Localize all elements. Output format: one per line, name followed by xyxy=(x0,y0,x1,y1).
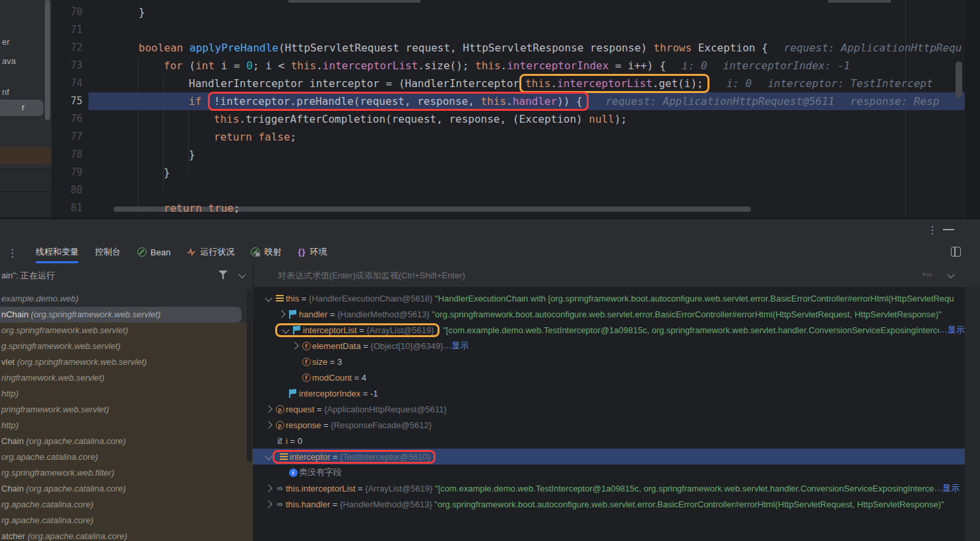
chevron-down-icon[interactable] xyxy=(265,294,272,302)
stack-frame[interactable]: http) xyxy=(0,386,253,402)
show-more-link[interactable]: …显示 xyxy=(939,324,965,336)
editor-vertical-scrollbar[interactable] xyxy=(956,61,962,98)
variable-row[interactable]: ∞this.interceptorList = {ArrayList@5619}… xyxy=(253,480,965,496)
code-line[interactable]: 71 xyxy=(51,21,965,39)
code-line[interactable]: 74HandlerInterceptor interceptor = (Hand… xyxy=(51,75,965,92)
filter-icon[interactable] xyxy=(218,270,228,279)
tab-label: 映射 xyxy=(264,246,281,258)
project-tree-item[interactable]: er xyxy=(2,37,10,47)
code-editor[interactable]: 70}7172boolean applyPreHandle(HttpServle… xyxy=(51,0,965,218)
variable-row[interactable]: i类没有字段 xyxy=(253,464,965,480)
chevron-down-icon[interactable] xyxy=(282,326,289,333)
chevron-down-icon[interactable] xyxy=(238,270,245,278)
local-variable-icon xyxy=(276,295,284,302)
project-tree-item[interactable]: nf xyxy=(2,87,9,97)
line-number[interactable]: 77 xyxy=(51,128,82,146)
code-line[interactable]: 79} xyxy=(51,164,965,181)
tab-运行状况[interactable]: 运行状况 xyxy=(187,240,234,264)
variable-row[interactable]: handler = {HandlerMethod@5613} "org.spri… xyxy=(253,306,965,322)
variable-row[interactable]: ∞this.handler = {HandlerMethod@5613} "or… xyxy=(253,496,965,512)
line-number[interactable]: 72 xyxy=(51,39,82,57)
chevron-down-icon[interactable] xyxy=(947,270,954,278)
variable-row[interactable]: this = {HandlerExecutionChain@5618} "Han… xyxy=(253,290,965,306)
code-line[interactable]: 80 xyxy=(51,181,965,199)
chevron-right-icon[interactable] xyxy=(265,405,272,412)
stack-frame[interactable]: example.demo.web) xyxy=(0,291,253,307)
stack-frame[interactable]: org.apache.catalina.core) xyxy=(0,449,253,465)
stack-frame[interactable]: rg.apache.catalina.core) xyxy=(0,497,253,513)
line-number[interactable]: 79 xyxy=(51,164,82,181)
project-tree-item[interactable]: ava xyxy=(2,56,16,66)
show-more-link[interactable]: …显示 xyxy=(934,482,960,494)
tab-线程和变量[interactable]: 线程和变量 xyxy=(36,240,79,264)
variable-row[interactable]: interceptorIndex = -1 xyxy=(253,385,965,401)
chevron-down-icon[interactable] xyxy=(265,453,272,460)
more-menu-icon[interactable]: ⋮ xyxy=(927,220,938,240)
tab-映射[interactable]: 映射 xyxy=(251,240,281,264)
add-watch-icon[interactable]: +∞ xyxy=(921,269,932,279)
frames-scrollbar[interactable] xyxy=(247,290,252,462)
code-line[interactable]: 78} xyxy=(51,146,965,164)
line-number[interactable]: 75 xyxy=(51,92,82,110)
variable-row[interactable]: interceptorList = {ArrayList@5619} "[com… xyxy=(253,322,965,338)
stack-frame[interactable]: nChain (org.springframework.web.servlet) xyxy=(0,307,242,323)
line-number[interactable]: 74 xyxy=(51,75,82,92)
chevron-right-icon[interactable] xyxy=(265,421,272,428)
line-number[interactable]: 71 xyxy=(51,21,82,39)
code-line[interactable]: 72boolean applyPreHandle(HttpServletRequ… xyxy=(51,39,965,57)
chevron-right-icon[interactable] xyxy=(265,500,272,507)
code-line[interactable]: 75if !interceptor.preHandle(request, res… xyxy=(51,92,965,110)
stack-frame[interactable]: Chain (org.apache.catalina.core) xyxy=(0,433,253,449)
variable-row[interactable]: 1001i = 0 xyxy=(253,433,965,449)
project-tree-scrollbar[interactable] xyxy=(45,0,50,120)
layout-settings-icon[interactable] xyxy=(951,247,961,257)
chevron-right-icon[interactable] xyxy=(265,484,272,492)
minimize-icon[interactable] xyxy=(943,229,954,230)
stack-frame[interactable]: rg.springframework.web.filter) xyxy=(0,465,253,481)
line-number[interactable]: 81 xyxy=(51,199,82,217)
line-number[interactable]: 80 xyxy=(51,181,82,199)
editor-scrollbar-track[interactable] xyxy=(965,0,980,218)
variable-row[interactable]: presponse = {ResponseFacade@5612} xyxy=(253,417,965,433)
field-icon xyxy=(289,310,298,319)
tab-控制台[interactable]: 控制台 xyxy=(95,240,121,264)
line-number[interactable]: 73 xyxy=(51,57,82,75)
stack-frame[interactable]: http) xyxy=(0,418,253,433)
variable-row[interactable]: interceptor = {TestInterceptor@5610} xyxy=(253,449,965,464)
tab-options-icon[interactable]: ⋮ xyxy=(7,243,18,263)
tab-环境[interactable]: {}环境 xyxy=(298,240,327,264)
code-line[interactable]: 73for (int i = 0; i < this.interceptorLi… xyxy=(51,57,965,75)
stack-frame[interactable]: atcher (org.apache.catalina.core) xyxy=(0,528,253,541)
code-line[interactable]: 70} xyxy=(51,3,965,21)
line-number[interactable]: 78 xyxy=(51,146,82,164)
stack-frames-pane[interactable]: example.demo.web)nChain (org.springframe… xyxy=(0,287,253,541)
project-tree-highlighted-row[interactable] xyxy=(0,147,51,164)
evaluate-expression-input[interactable]: 对表达式求值(Enter)或添加监视(Ctrl+Shift+Enter) xyxy=(278,270,465,282)
stack-frame[interactable]: rg.apache.catalina.core) xyxy=(0,513,253,528)
stack-frame[interactable]: org.springframework.web.servlet) xyxy=(0,323,253,338)
stack-frame[interactable]: Chain (org.apache.catalina.core) xyxy=(0,481,253,497)
project-tree-selected-item[interactable]: r xyxy=(0,100,44,116)
code-line[interactable]: 76this.triggerAfterCompletion(request, r… xyxy=(51,110,965,128)
chevron-right-icon[interactable] xyxy=(278,310,285,317)
stack-frame[interactable]: vlet (org.springframework.web.servlet) xyxy=(0,354,253,370)
stack-frame[interactable]: ringframework.web.servlet) xyxy=(0,370,253,386)
line-number[interactable]: 76 xyxy=(51,110,82,128)
variable-row[interactable]: prequest = {ApplicationHttpRequest@5611} xyxy=(253,401,965,417)
show-more-link[interactable]: …显示 xyxy=(443,340,469,352)
stack-frame[interactable]: g.springframework.web.servlet) xyxy=(0,338,253,354)
primitive-icon: 1001 xyxy=(277,437,282,444)
tab-Bean[interactable]: Bean xyxy=(137,240,170,264)
chevron-right-icon[interactable] xyxy=(291,342,298,349)
variable-row[interactable]: fsize = 3 xyxy=(253,354,965,369)
annotation-box-orange: this.interceptorList.get(i); xyxy=(519,74,709,93)
variables-scrollbar-track[interactable] xyxy=(965,287,980,541)
code-line[interactable]: 77return false; xyxy=(51,128,965,146)
variable-row[interactable]: felementData = {Object[10]@6349} …显示 xyxy=(253,338,965,354)
project-tree-selected-label: r xyxy=(22,102,24,112)
variable-row[interactable]: fmodCount = 4 xyxy=(253,369,965,385)
variables-pane[interactable]: this = {HandlerExecutionChain@5618} "Han… xyxy=(253,287,965,541)
stack-frame[interactable]: pringframework.web.servlet) xyxy=(0,402,253,418)
line-number[interactable]: 70 xyxy=(51,3,82,21)
project-tree-pane[interactable]: eravanf r xyxy=(0,0,51,218)
